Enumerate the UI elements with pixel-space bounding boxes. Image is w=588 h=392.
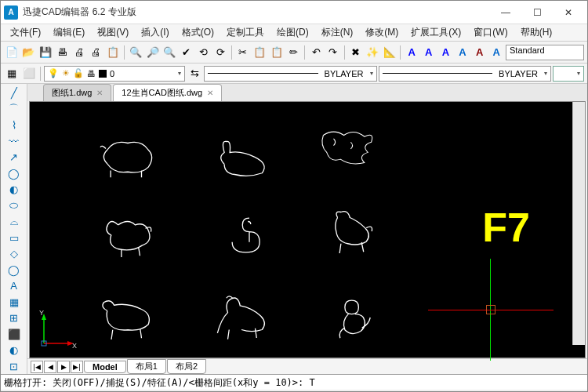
minimize-button[interactable]: — — [490, 2, 521, 24]
menu-item[interactable]: 格式(O) — [176, 24, 220, 41]
menu-item[interactable]: 视图(V) — [91, 24, 135, 41]
toolbar-button[interactable]: 📄 — [4, 45, 20, 60]
toolbar-button[interactable]: ✖ — [348, 45, 364, 60]
linetype-combo[interactable]: BYLAYER ▾ — [204, 66, 377, 82]
bulb-icon: 💡 — [48, 68, 59, 78]
text-style-button[interactable]: A — [438, 45, 454, 60]
menu-item[interactable]: 文件(F) — [4, 24, 47, 41]
draw-tool-button[interactable]: ╱ — [5, 85, 24, 101]
lock-icon: 🔓 — [73, 68, 84, 78]
toolbar-button[interactable]: 📋 — [106, 45, 122, 60]
layer-icon2[interactable]: ⬜ — [21, 66, 37, 82]
draw-tool-button[interactable]: 〰 — [5, 134, 24, 150]
layer-icon[interactable]: ▦ — [4, 66, 20, 82]
draw-tool-button[interactable]: A — [5, 278, 24, 294]
menubar: 文件(F)编辑(E)视图(V)插入(I)格式(O)定制工具绘图(D)标注(N)修… — [1, 24, 587, 42]
toolbar-button[interactable]: 🖶 — [55, 45, 71, 60]
draw-tool-button[interactable]: ◇ — [5, 246, 24, 262]
tab-close-icon[interactable]: ✕ — [96, 89, 103, 97]
tab-close-icon[interactable]: ✕ — [207, 89, 213, 97]
toolbar-button[interactable]: ⟲ — [196, 45, 212, 60]
draw-tool-button[interactable]: ⊞ — [5, 310, 24, 326]
menu-item[interactable]: 修改(M) — [359, 24, 405, 41]
toolbar-button[interactable]: 📐 — [382, 45, 397, 60]
draw-tool-button[interactable]: ↗ — [5, 150, 24, 165]
zodiac-snake — [214, 208, 285, 263]
svg-text:Y: Y — [39, 310, 44, 317]
layout-nav-button[interactable]: |◀ — [31, 361, 43, 373]
menu-item[interactable]: 扩展工具(X) — [405, 24, 467, 41]
text-style-button[interactable]: A — [472, 45, 488, 60]
zodiac-tiger — [96, 208, 167, 263]
maximize-button[interactable]: ☐ — [521, 2, 553, 24]
layer-combo[interactable]: 💡 ☀ 🔓 🖶 0 ▾ — [44, 66, 185, 82]
text-style-combo[interactable]: Standard — [506, 45, 584, 60]
menu-item[interactable]: 插入(I) — [135, 24, 175, 41]
menu-item[interactable]: 窗口(W) — [467, 24, 514, 41]
toolbar-button[interactable]: 🔍 — [162, 45, 177, 60]
text-style-button[interactable]: A — [488, 45, 504, 60]
zodiac-rabbit — [206, 133, 277, 188]
svg-text:X: X — [72, 342, 77, 350]
toolbar-button[interactable]: 📋 — [252, 45, 268, 60]
toolbar-button[interactable]: ✔ — [179, 45, 194, 60]
document-tab[interactable]: 图纸1.dwg✕ — [43, 84, 111, 101]
zodiac-horse — [316, 204, 387, 259]
draw-tool-button[interactable]: ⊡ — [5, 359, 24, 375]
layout-nav-button[interactable]: ▶ — [57, 361, 70, 373]
close-button[interactable]: ✕ — [553, 2, 584, 24]
toolbar-button[interactable]: ⟳ — [212, 45, 228, 60]
draw-tool-button[interactable]: ⌓ — [5, 214, 24, 230]
toolbar-button[interactable]: ✂ — [235, 45, 251, 60]
menu-item[interactable]: 绘图(D) — [270, 24, 315, 41]
layer-name: 0 — [110, 69, 114, 78]
draw-tool-button[interactable]: ⌇ — [5, 118, 24, 133]
draw-tool-button[interactable]: ▭ — [5, 230, 24, 246]
draw-tool-button[interactable]: ▦ — [5, 295, 24, 310]
toolbar-button[interactable]: 🖨 — [89, 45, 104, 60]
toolbar-button[interactable]: ✨ — [365, 45, 380, 60]
layout-tab[interactable]: Model — [84, 361, 126, 373]
layout-nav-button[interactable]: ▶| — [71, 361, 83, 373]
draw-tool-button[interactable]: ◯ — [5, 263, 24, 278]
toolbar-button[interactable]: ✏ — [286, 45, 302, 60]
overlay-key-hint: F7 — [482, 204, 530, 251]
toolbar-main: 📄📂💾🖶🖨🖨📋🔍🔎🔍✔⟲⟳✂📋📋✏↶↷✖✨📐AAAAAAStandard — [1, 42, 587, 64]
layout-tab[interactable]: 布局1 — [127, 359, 166, 374]
scrollbar-vertical[interactable] — [572, 102, 585, 345]
lineweight-combo[interactable]: BYLAYER ▾ — [379, 66, 552, 82]
toolbar-button[interactable]: 🔍 — [128, 45, 143, 60]
toolbar-button[interactable]: 🖨 — [71, 45, 87, 60]
command-line[interactable]: 栅格打开: 关闭(OFF)/捕捉(S)/特征(A)/<栅格间距(x和y = 10… — [1, 374, 587, 390]
draw-tool-button[interactable]: ⬛ — [5, 327, 24, 343]
toolbar-layer: ▦ ⬜ 💡 ☀ 🔓 🖶 0 ▾ ⇆ BYLAYER ▾ BYLAYER ▾ ▾ — [1, 64, 587, 84]
toolbar-button[interactable]: 📂 — [21, 45, 37, 60]
zodiac-dragon — [312, 122, 383, 176]
toolbar-button[interactable]: 💾 — [38, 45, 53, 60]
layer-prev-icon[interactable]: ⇆ — [187, 66, 202, 82]
toolbar-button[interactable]: ↶ — [308, 45, 324, 60]
drawing-canvas[interactable]: F7 Y X — [29, 101, 586, 358]
toolbar-button[interactable]: 🔎 — [145, 45, 161, 60]
document-tab[interactable]: 12生肖CAD图纸.dwg✕ — [113, 84, 222, 101]
text-style-button[interactable]: A — [455, 45, 470, 60]
text-style-button[interactable]: A — [421, 45, 437, 60]
draw-tool-button[interactable]: ⌒ — [5, 102, 24, 118]
menu-item[interactable]: 定制工具 — [220, 24, 270, 41]
layout-tab[interactable]: 布局2 — [167, 359, 206, 374]
draw-tool-button[interactable]: ◯ — [5, 166, 24, 182]
menu-item[interactable]: 帮助(H) — [514, 24, 559, 41]
text-style-button[interactable]: A — [404, 45, 419, 60]
layout-nav-button[interactable]: ◀ — [44, 361, 56, 373]
app-title: 迅捷CAD编辑器 6.2 专业版 — [23, 5, 490, 19]
draw-tool-button[interactable]: ⬭ — [5, 198, 24, 214]
draw-tool-button[interactable]: ◐ — [5, 343, 24, 358]
ucs-icon: Y X — [38, 310, 77, 350]
angle-combo[interactable]: ▾ — [553, 66, 584, 82]
menu-item[interactable]: 编辑(E) — [47, 24, 91, 41]
draw-tool-button[interactable]: ◐ — [5, 182, 24, 198]
toolbar-button[interactable]: ↷ — [325, 45, 341, 60]
chevron-down-icon: ▾ — [370, 70, 373, 77]
menu-item[interactable]: 标注(N) — [315, 24, 360, 41]
toolbar-button[interactable]: 📋 — [269, 45, 285, 60]
